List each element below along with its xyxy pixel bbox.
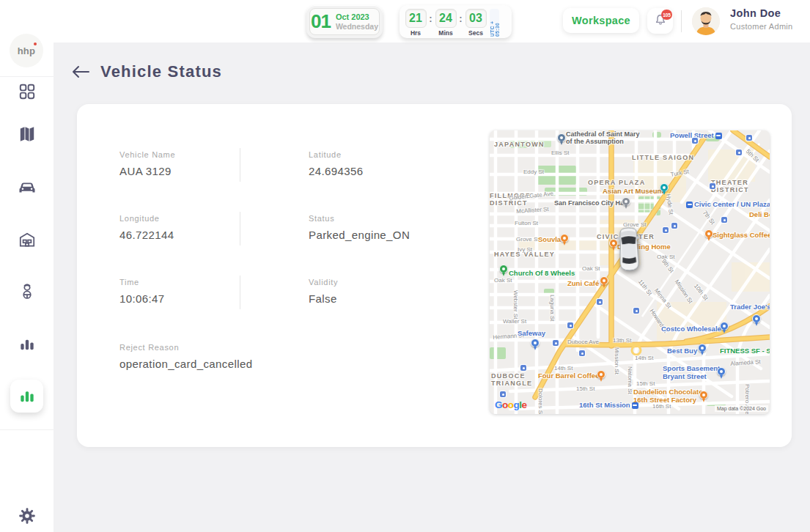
map-poi-label[interactable]: Trader Joe's [730, 303, 770, 311]
field-value: 10:06:47 [119, 292, 165, 305]
map-poi-pin-shop[interactable] [717, 367, 726, 379]
map-canvas[interactable]: JAPANTOWNLITTLE SAIGONTHEATERDISTRICTFIL… [490, 130, 770, 414]
map-street-label: Natoma St [627, 366, 633, 394]
map-security-icon [671, 223, 677, 229]
map-transit-label[interactable]: Civic Center / UN Plaza [686, 201, 770, 209]
sidebar-item-settings[interactable] [0, 500, 54, 532]
map-street-label: McAllister St [516, 206, 549, 215]
map-poi-pin-shop[interactable] [698, 344, 707, 355]
app-logo[interactable]: hhp [10, 34, 43, 67]
map-poi-label[interactable]: Dandelion Chocolate16th Street Factory [633, 388, 702, 404]
timezone-label: UTC + 05:30 [490, 9, 500, 37]
map-attribution: Map data ©2024 Goo [715, 405, 768, 412]
map-street-label: Fulton St [515, 220, 538, 226]
sidebar-item-vehicles[interactable] [0, 171, 54, 203]
date-weekday: Wednesday [336, 22, 378, 31]
map-poi-label[interactable]: Sports BasementBryant Street [663, 365, 720, 381]
google-logo-letter: G [495, 399, 502, 410]
transit-station-icon [686, 202, 693, 208]
map-poi-label[interactable]: Four Barrel Coffee [538, 372, 599, 380]
map-street-label: Webster St [512, 290, 519, 319]
map-icon [18, 125, 37, 144]
clock-separator: : [457, 9, 465, 24]
map-security-icon [663, 227, 669, 233]
map-poi-label[interactable]: Zuni Café [567, 280, 599, 288]
google-logo-letter: e [522, 399, 527, 410]
warehouse-icon [18, 230, 37, 249]
vehicle-marker[interactable] [615, 226, 643, 272]
transit-station-icon [632, 402, 638, 409]
logo-dot [34, 43, 37, 45]
sidebar-item-analytics-active[interactable] [10, 380, 43, 413]
sidebar-item-warehouse[interactable] [0, 223, 54, 256]
map-poi-pin-worship[interactable] [557, 133, 567, 145]
field-divider [240, 148, 240, 182]
sidebar-item-drivers[interactable] [0, 275, 54, 307]
map-poi-pin-shop[interactable] [752, 314, 762, 326]
map-street-label: 15th St [636, 380, 655, 387]
map-poi-pin-teal[interactable] [660, 183, 669, 195]
workspace-button[interactable]: Workspace [563, 8, 639, 33]
map-poi-pin-shop[interactable] [531, 339, 540, 350]
field-vehicle-name: Vehicle Name AUA 3129 [119, 150, 175, 177]
map-poi-pin-grayb[interactable] [622, 197, 631, 209]
map-poi-label[interactable]: Asian Art Museum [603, 188, 663, 196]
sidebar: hhp [0, 0, 54, 532]
map-area-label: JAPANTOWN [494, 141, 545, 148]
map-security-icon [736, 149, 742, 155]
map-transit-label[interactable]: 16th St Mission [579, 402, 638, 410]
map-poi-pin-greenp[interactable] [499, 265, 509, 276]
map-poi-pin-food[interactable] [560, 234, 570, 245]
map-poi-label[interactable]: Cathedral of Saint Maryof the Assumption [566, 130, 640, 146]
map-street-label: Oak St [582, 265, 600, 272]
timezone-strip: UTC + 05:30 [490, 9, 499, 37]
vehicle-status-card: Vehicle Name AUA 3129 Latitude 24.694356… [77, 104, 792, 447]
sidebar-item-dashboard[interactable] [0, 75, 54, 108]
clock-separator: : [427, 9, 435, 24]
map-poi-label[interactable]: Best Buy [667, 347, 697, 355]
sidebar-item-map[interactable] [0, 118, 54, 150]
map-poi-label[interactable]: Safeway [518, 330, 545, 338]
page-title: Vehicle Status [100, 62, 222, 81]
map-poi-pin-food[interactable] [704, 229, 714, 241]
avatar [692, 7, 720, 35]
map-poi-label[interactable]: Church Of 8 Wheels [509, 270, 575, 278]
map-poi-label[interactable]: Sightglass Coffee [713, 232, 770, 240]
map-street-label: Ellis St [551, 149, 569, 156]
bar-chart-green-icon [18, 385, 37, 407]
map-street-label: Minna St [653, 287, 673, 310]
map-street-label: Dolores St [537, 388, 544, 414]
field-divider [240, 212, 240, 245]
back-button[interactable] [70, 63, 91, 82]
map-street-label: 14th St [635, 355, 653, 361]
map-poi-pin-shop[interactable] [720, 322, 729, 333]
map-security-icon [710, 183, 715, 189]
user-role: Customer Admin [730, 22, 793, 31]
profile-menu[interactable]: John Doe Customer Admin [692, 7, 793, 35]
settings-gear-icon [18, 506, 37, 525]
map-label-layer: JAPANTOWNLITTLE SAIGONTHEATERDISTRICTFIL… [490, 130, 770, 414]
google-logo[interactable]: Google [495, 399, 527, 410]
clock-hours-label: Hrs [410, 29, 421, 37]
map-street-label: Laguna St [549, 295, 556, 321]
sidebar-item-reports[interactable] [0, 327, 54, 359]
field-value: 46.722144 [119, 229, 174, 241]
map-poi-label[interactable]: Costco Wholesale [661, 325, 721, 333]
field-value: 24.694356 [309, 165, 364, 177]
notifications-button[interactable]: 105 [647, 8, 673, 34]
field-divider [240, 276, 240, 309]
map-poi-pin-food[interactable] [699, 391, 709, 402]
app-logo-text: hhp [18, 45, 36, 56]
map-poi-label[interactable]: Souvla [538, 236, 561, 244]
field-reject-reason: Reject Reason operation_card_cancelled [119, 343, 252, 370]
map-poi-label[interactable]: FITNESS SF - So [720, 347, 770, 355]
map-security-icon [553, 340, 559, 346]
map-poi-pin-food[interactable] [600, 276, 609, 288]
map-street-label: Eddy St [523, 169, 544, 175]
map-street-label: Waller St [503, 318, 526, 325]
map-poi-pin-food[interactable] [597, 370, 606, 382]
map-poi-label[interactable]: Deli Boa [749, 211, 770, 219]
map-street-label: 15th St [576, 385, 594, 392]
map-poi-label[interactable]: San Francisco City Hall [554, 199, 627, 207]
map-street-label: 13th St [613, 337, 631, 344]
